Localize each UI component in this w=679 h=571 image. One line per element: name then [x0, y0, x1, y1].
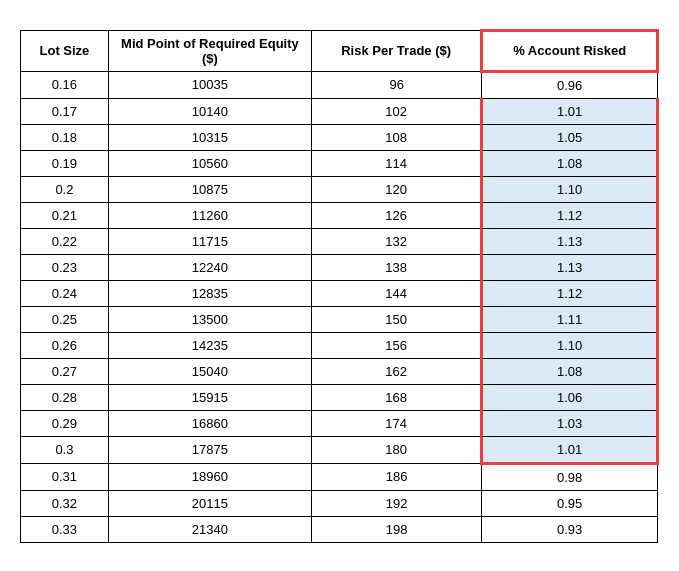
- cell-midpoint: 11260: [108, 202, 311, 228]
- cell-midpoint: 13500: [108, 306, 311, 332]
- table-row: 0.19105601141.08: [21, 150, 658, 176]
- cell-pct: 1.11: [482, 306, 658, 332]
- cell-risk: 114: [312, 150, 482, 176]
- cell-risk: 102: [312, 98, 482, 124]
- cell-pct: 1.01: [482, 98, 658, 124]
- table-row: 0.27150401621.08: [21, 358, 658, 384]
- cell-lot-size: 0.32: [21, 490, 109, 516]
- cell-pct: 1.10: [482, 332, 658, 358]
- table-row: 0.2108751201.10: [21, 176, 658, 202]
- cell-risk: 162: [312, 358, 482, 384]
- cell-midpoint: 10035: [108, 71, 311, 98]
- table-row: 0.23122401381.13: [21, 254, 658, 280]
- cell-midpoint: 21340: [108, 516, 311, 542]
- header-midpoint: Mid Point of Required Equity ($): [108, 30, 311, 71]
- cell-midpoint: 17875: [108, 436, 311, 463]
- cell-lot-size: 0.28: [21, 384, 109, 410]
- cell-midpoint: 16860: [108, 410, 311, 436]
- cell-lot-size: 0.22: [21, 228, 109, 254]
- cell-midpoint: 15915: [108, 384, 311, 410]
- table-row: 0.33213401980.93: [21, 516, 658, 542]
- cell-risk: 192: [312, 490, 482, 516]
- cell-pct: 0.98: [482, 463, 658, 490]
- cell-risk: 168: [312, 384, 482, 410]
- cell-risk: 150: [312, 306, 482, 332]
- cell-risk: 174: [312, 410, 482, 436]
- table-row: 0.28159151681.06: [21, 384, 658, 410]
- table-row: 0.24128351441.12: [21, 280, 658, 306]
- cell-pct: 0.96: [482, 71, 658, 98]
- table-row: 0.32201151920.95: [21, 490, 658, 516]
- cell-pct: 1.08: [482, 358, 658, 384]
- cell-midpoint: 10140: [108, 98, 311, 124]
- table-row: 0.29168601741.03: [21, 410, 658, 436]
- cell-midpoint: 20115: [108, 490, 311, 516]
- table-row: 0.25135001501.11: [21, 306, 658, 332]
- cell-lot-size: 0.24: [21, 280, 109, 306]
- cell-midpoint: 12240: [108, 254, 311, 280]
- cell-pct: 1.03: [482, 410, 658, 436]
- cell-pct: 1.12: [482, 280, 658, 306]
- cell-midpoint: 18960: [108, 463, 311, 490]
- cell-midpoint: 10875: [108, 176, 311, 202]
- header-risk: Risk Per Trade ($): [312, 30, 482, 71]
- cell-lot-size: 0.23: [21, 254, 109, 280]
- cell-lot-size: 0.19: [21, 150, 109, 176]
- table-row: 0.1610035960.96: [21, 71, 658, 98]
- cell-lot-size: 0.26: [21, 332, 109, 358]
- cell-risk: 126: [312, 202, 482, 228]
- cell-lot-size: 0.31: [21, 463, 109, 490]
- header-lot-size: Lot Size: [21, 30, 109, 71]
- cell-lot-size: 0.21: [21, 202, 109, 228]
- cell-risk: 186: [312, 463, 482, 490]
- cell-pct: 1.13: [482, 228, 658, 254]
- cell-midpoint: 11715: [108, 228, 311, 254]
- cell-lot-size: 0.18: [21, 124, 109, 150]
- cell-risk: 120: [312, 176, 482, 202]
- cell-lot-size: 0.2: [21, 176, 109, 202]
- data-table: Lot Size Mid Point of Required Equity ($…: [20, 29, 659, 543]
- cell-pct: 1.13: [482, 254, 658, 280]
- cell-midpoint: 14235: [108, 332, 311, 358]
- cell-risk: 144: [312, 280, 482, 306]
- table-row: 0.3178751801.01: [21, 436, 658, 463]
- table-row: 0.17101401021.01: [21, 98, 658, 124]
- cell-lot-size: 0.25: [21, 306, 109, 332]
- table-row: 0.21112601261.12: [21, 202, 658, 228]
- cell-pct: 1.08: [482, 150, 658, 176]
- cell-midpoint: 10560: [108, 150, 311, 176]
- table-row: 0.18103151081.05: [21, 124, 658, 150]
- cell-pct: 1.05: [482, 124, 658, 150]
- cell-lot-size: 0.16: [21, 71, 109, 98]
- cell-lot-size: 0.29: [21, 410, 109, 436]
- cell-pct: 1.01: [482, 436, 658, 463]
- cell-lot-size: 0.3: [21, 436, 109, 463]
- cell-midpoint: 10315: [108, 124, 311, 150]
- table-container: Lot Size Mid Point of Required Equity ($…: [0, 9, 679, 563]
- cell-lot-size: 0.17: [21, 98, 109, 124]
- cell-pct: 1.06: [482, 384, 658, 410]
- cell-risk: 198: [312, 516, 482, 542]
- cell-pct: 0.95: [482, 490, 658, 516]
- cell-risk: 138: [312, 254, 482, 280]
- cell-lot-size: 0.27: [21, 358, 109, 384]
- cell-pct: 1.12: [482, 202, 658, 228]
- table-row: 0.31189601860.98: [21, 463, 658, 490]
- cell-risk: 180: [312, 436, 482, 463]
- cell-risk: 132: [312, 228, 482, 254]
- cell-risk: 96: [312, 71, 482, 98]
- cell-midpoint: 12835: [108, 280, 311, 306]
- cell-lot-size: 0.33: [21, 516, 109, 542]
- cell-midpoint: 15040: [108, 358, 311, 384]
- cell-pct: 0.93: [482, 516, 658, 542]
- cell-risk: 156: [312, 332, 482, 358]
- cell-pct: 1.10: [482, 176, 658, 202]
- header-pct-account-risked: % Account Risked: [482, 30, 658, 71]
- table-row: 0.26142351561.10: [21, 332, 658, 358]
- table-row: 0.22117151321.13: [21, 228, 658, 254]
- cell-risk: 108: [312, 124, 482, 150]
